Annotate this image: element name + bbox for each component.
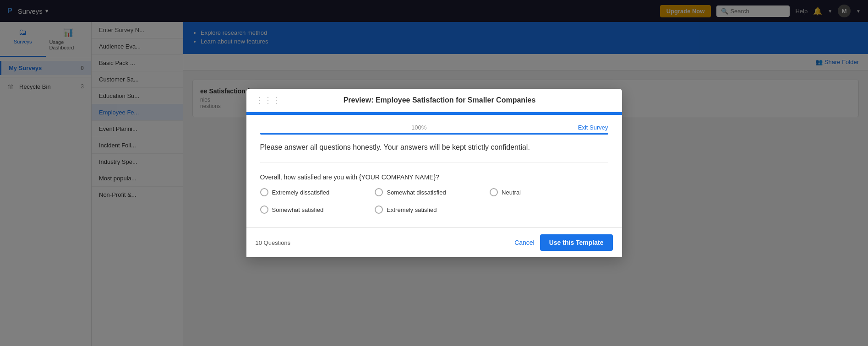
progress-section: Exit Survey 100% [260,124,608,135]
cancel-button[interactable]: Cancel [514,239,535,246]
option-extremely-dissatisfied: Extremely dissatisfied [260,188,375,196]
preview-modal: ⋮⋮⋮ Preview: Employee Satisfaction for S… [246,89,622,257]
radio-somewhat-dissatisfied[interactable] [375,188,383,196]
modal-footer: 10 Questions Cancel Use this Template [246,227,622,257]
label-extremely-satisfied[interactable]: Extremely satisfied [387,206,437,213]
progress-label: 100% [260,124,608,131]
survey-question-text: Overall, how satisfied are you with {YOU… [260,173,608,181]
survey-options: Extremely dissatisfied Somewhat dissatis… [260,188,608,218]
modal-body: Exit Survey 100% Please answer all quest… [246,112,622,227]
radio-neutral[interactable] [490,188,498,196]
modal-scroll-area[interactable]: Exit Survey 100% Please answer all quest… [246,115,622,227]
use-template-button[interactable]: Use this Template [540,234,613,251]
label-somewhat-satisfied[interactable]: Somewhat satisfied [272,206,324,213]
option-somewhat-dissatisfied: Somewhat dissatisfied [375,188,490,196]
radio-extremely-dissatisfied[interactable] [260,188,268,196]
option-neutral: Neutral [490,188,605,196]
footer-actions: Cancel Use this Template [514,234,612,251]
modal-scroll-inner: Exit Survey 100% Please answer all quest… [246,115,622,227]
option-extremely-satisfied: Extremely satisfied [375,205,490,214]
radio-somewhat-satisfied[interactable] [260,205,268,214]
modal-header: ⋮⋮⋮ Preview: Employee Satisfaction for S… [246,89,622,112]
survey-intro-text: Please answer all questions honestly. Yo… [260,142,608,162]
label-neutral[interactable]: Neutral [502,189,521,196]
modal-overlay: ⋮⋮⋮ Preview: Employee Satisfaction for S… [0,0,868,346]
label-somewhat-dissatisfied[interactable]: Somewhat dissatisfied [387,189,446,196]
option-somewhat-satisfied: Somewhat satisfied [260,205,375,214]
modal-title: Preview: Employee Satisfaction for Small… [280,96,599,104]
exit-survey-link[interactable]: Exit Survey [578,124,608,131]
drag-handle-icon[interactable]: ⋮⋮⋮ [256,95,280,105]
label-extremely-dissatisfied[interactable]: Extremely dissatisfied [272,189,330,196]
progress-track [260,133,608,135]
questions-count: 10 Questions [256,239,291,246]
radio-extremely-satisfied[interactable] [375,205,383,214]
progress-fill [260,133,608,135]
